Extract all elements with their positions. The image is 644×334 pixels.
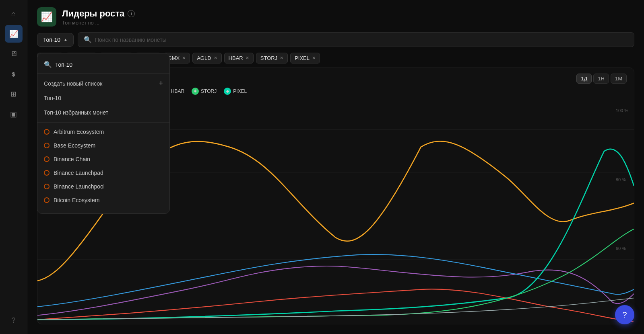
ecosystem-dot-arbitrum (44, 129, 50, 135)
dropdown-search-input[interactable] (55, 61, 163, 68)
create-list-item[interactable]: Создать новый список + (37, 75, 169, 91)
main-content: 📈 Лидеры роста i Топ монет по ... Топ-10… (27, 0, 644, 334)
ecosystem-dot-binance-launchpool (44, 184, 50, 189)
tag-agld[interactable]: AGLD ✕ (192, 53, 221, 64)
ecosystem-binance-launchpool[interactable]: Binance Launchpool (37, 180, 169, 193)
plus-icon: + (159, 79, 163, 88)
tag-pixel-close[interactable]: ✕ (312, 55, 316, 61)
page-title: Лидеры роста i (62, 8, 135, 19)
chevron-up-icon: ▲ (64, 37, 68, 42)
ecosystem-base[interactable]: Base Ecosystem (37, 139, 169, 152)
time-btn-1m[interactable]: 1М (611, 74, 627, 84)
dollar-icon[interactable]: $ (5, 65, 23, 83)
ecosystem-arbitrum[interactable]: Arbitrum Ecosystem (37, 125, 169, 139)
tag-storj[interactable]: STORJ ✕ (256, 53, 288, 64)
create-list-label: Создать новый список (44, 80, 102, 87)
monitor-icon[interactable]: 🖥 (5, 45, 23, 63)
table-icon[interactable]: ⊞ (5, 85, 23, 103)
tag-hbar-close[interactable]: ✕ (246, 55, 249, 61)
search-icon: 🔍 (84, 36, 92, 43)
preset-top10[interactable]: Топ-10 (37, 91, 169, 105)
tag-hbar[interactable]: HBAR ✕ (224, 53, 254, 64)
ecosystem-bitcoin[interactable]: Bitcoin Ecosystem (37, 193, 169, 207)
ecosystem-dot-binance-launchpad (44, 170, 50, 176)
chart-icon[interactable]: 📈 (5, 25, 23, 43)
time-buttons: 1Д 1Н 1М (576, 74, 627, 84)
dropdown-search-icon: 🔍 (44, 61, 52, 68)
legend-dot-pixel: ◆ (224, 88, 231, 95)
help-button[interactable]: ? (615, 305, 634, 324)
legend-dot-storj: ❖ (192, 88, 199, 95)
app-logo: 📈 (37, 7, 56, 27)
legend-pixel[interactable]: ◆ PIXEL (224, 88, 247, 95)
home-icon[interactable]: ⌂ (5, 5, 23, 23)
sidebar: ⌂ 📈 🖥 $ ⊞ ▣ ? (0, 0, 27, 334)
header: 📈 Лидеры роста i Топ монет по ... (27, 0, 644, 32)
tag-pixel[interactable]: PIXEL ✕ (290, 53, 320, 64)
tag-storj-close[interactable]: ✕ (280, 55, 283, 61)
time-btn-1d[interactable]: 1Д (576, 74, 592, 84)
legend-storj[interactable]: ❖ STORJ (192, 88, 217, 95)
dropdown-search-area: 🔍 (37, 58, 169, 74)
info-icon[interactable]: i (128, 10, 135, 17)
search-input[interactable] (95, 37, 628, 43)
tag-agld-close[interactable]: ✕ (214, 55, 217, 61)
preset-top10-favorites[interactable]: Топ-10 избранных монет (37, 105, 169, 120)
search-bar[interactable]: 🔍 (78, 32, 634, 47)
toolbar: Топ-10 ▲ 🔍 🔍 Создать новый список + Топ-… (27, 32, 644, 53)
box-icon[interactable]: ▣ (5, 105, 23, 123)
help-sidebar-icon[interactable]: ? (5, 311, 23, 329)
page-subtitle: Топ монет по ... (62, 20, 135, 26)
ecosystem-dot-binance-chain (44, 156, 50, 162)
dropdown-menu: 🔍 Создать новый список + Топ-10 Топ-10 и… (37, 53, 170, 214)
ecosystem-dot-base (44, 143, 50, 148)
ecosystem-binance-chain[interactable]: Binance Chain (37, 152, 169, 166)
ecosystem-binance-launchpad[interactable]: Binance Launchpad (37, 166, 169, 180)
time-btn-1w[interactable]: 1Н (593, 74, 609, 84)
dropdown-button[interactable]: Топ-10 ▲ (37, 33, 74, 47)
header-text: Лидеры роста i Топ монет по ... (62, 8, 135, 26)
ecosystem-dot-bitcoin (44, 197, 50, 203)
tag-gmx-close[interactable]: ✕ (182, 55, 186, 61)
